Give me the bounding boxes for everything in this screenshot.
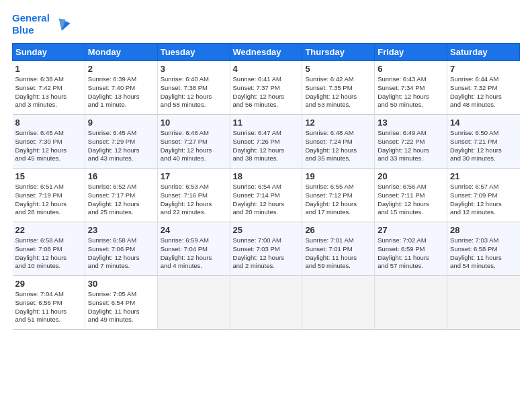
day-info-line: and 25 minutes. — [88, 208, 154, 217]
day-info-line: Sunrise: 6:45 AM — [88, 129, 154, 138]
day-number: 20 — [378, 171, 444, 181]
day-info-line: and 54 minutes. — [450, 262, 517, 271]
day-info-line: Daylight: 12 hours — [450, 200, 517, 209]
day-info-line: Sunset: 7:22 PM — [378, 138, 444, 146]
day-info-line: and 57 minutes. — [378, 262, 444, 271]
day-number: 29 — [15, 279, 82, 289]
day-info-line: Sunrise: 6:42 AM — [305, 75, 371, 84]
day-info-line: Sunrise: 6:43 AM — [378, 75, 444, 84]
day-info-line: and 48 minutes. — [450, 101, 517, 109]
day-info-line: and 59 minutes. — [305, 262, 371, 271]
logo-text: GeneralBlue — [12, 12, 50, 36]
day-info-line: and 15 minutes. — [378, 208, 444, 217]
day-info-line: and 43 minutes. — [88, 154, 154, 163]
day-info-line: and 38 minutes. — [233, 154, 300, 163]
logo-icon — [52, 15, 71, 34]
day-info-line: Sunset: 7:32 PM — [450, 84, 517, 93]
calendar-cell: 2Sunrise: 6:39 AMSunset: 7:40 PMDaylight… — [85, 61, 157, 115]
day-number: 2 — [88, 64, 154, 74]
day-number: 12 — [305, 118, 371, 128]
day-info-line: Daylight: 12 hours — [88, 146, 154, 155]
day-info-line: Daylight: 12 hours — [161, 93, 227, 101]
calendar-cell: 28Sunrise: 7:03 AMSunset: 6:58 PMDayligh… — [447, 222, 520, 276]
day-info-line: Sunset: 7:01 PM — [305, 245, 371, 254]
day-number: 26 — [305, 225, 371, 235]
calendar-cell: 16Sunrise: 6:52 AMSunset: 7:17 PMDayligh… — [85, 169, 157, 222]
day-info-line: Sunrise: 6:40 AM — [161, 75, 227, 84]
col-header-sunday: Sunday — [13, 44, 85, 61]
calendar-cell: 30Sunrise: 7:05 AMSunset: 6:54 PMDayligh… — [85, 276, 157, 330]
day-info-line: and 17 minutes. — [305, 208, 371, 217]
col-header-thursday: Thursday — [302, 44, 375, 61]
day-info-line: and 1 minute. — [88, 101, 154, 109]
day-number: 25 — [233, 225, 300, 235]
calendar-cell: 14Sunrise: 6:50 AMSunset: 7:21 PMDayligh… — [447, 115, 520, 169]
day-info-line: and 35 minutes. — [305, 154, 371, 163]
calendar-cell: 27Sunrise: 7:02 AMSunset: 6:59 PMDayligh… — [375, 222, 447, 276]
calendar-table: SundayMondayTuesdayWednesdayThursdayFrid… — [12, 43, 520, 330]
day-info-line: and 51 minutes. — [15, 316, 82, 324]
day-info-line: Sunrise: 7:01 AM — [305, 236, 371, 245]
calendar-cell: 24Sunrise: 6:59 AMSunset: 7:04 PMDayligh… — [157, 222, 230, 276]
day-info-line: Daylight: 13 hours — [88, 93, 154, 101]
calendar-cell: 19Sunrise: 6:55 AMSunset: 7:12 PMDayligh… — [302, 169, 375, 222]
day-info-line: Daylight: 11 hours — [15, 308, 82, 316]
day-info-line: Sunset: 7:42 PM — [15, 84, 82, 93]
calendar-cell: 22Sunrise: 6:58 AMSunset: 7:08 PMDayligh… — [13, 222, 85, 276]
day-info-line: and 3 minutes. — [15, 101, 82, 109]
day-info-line: Sunset: 7:24 PM — [305, 138, 371, 146]
day-info-line: Sunset: 7:04 PM — [161, 245, 227, 254]
day-info-line: Daylight: 12 hours — [161, 200, 227, 209]
day-info-line: Sunrise: 6:58 AM — [15, 236, 82, 245]
day-info-line: Sunrise: 7:02 AM — [378, 236, 444, 245]
day-number: 11 — [233, 118, 300, 128]
calendar-cell: 3Sunrise: 6:40 AMSunset: 7:38 PMDaylight… — [157, 61, 230, 115]
day-info-line: and 58 minutes. — [161, 101, 227, 109]
day-number: 14 — [450, 118, 517, 128]
day-number: 28 — [450, 225, 517, 235]
calendar-cell — [447, 276, 520, 330]
calendar-week-3: 15Sunrise: 6:51 AMSunset: 7:19 PMDayligh… — [13, 169, 520, 222]
calendar-cell: 12Sunrise: 6:48 AMSunset: 7:24 PMDayligh… — [302, 115, 375, 169]
day-info-line: Sunrise: 6:57 AM — [450, 183, 517, 191]
day-info-line: Sunset: 7:34 PM — [378, 84, 444, 93]
day-info-line: Sunset: 7:40 PM — [88, 84, 154, 93]
day-info-line: Sunrise: 6:51 AM — [15, 183, 82, 191]
day-info-line: Daylight: 11 hours — [88, 308, 154, 316]
calendar-week-1: 1Sunrise: 6:38 AMSunset: 7:42 PMDaylight… — [13, 61, 520, 115]
day-info-line: Sunrise: 6:53 AM — [161, 183, 227, 191]
day-info-line: Daylight: 12 hours — [233, 146, 300, 155]
day-info-line: Sunset: 7:26 PM — [233, 138, 300, 146]
day-info-line: Sunset: 7:29 PM — [88, 138, 154, 146]
calendar-cell: 25Sunrise: 7:00 AMSunset: 7:03 PMDayligh… — [230, 222, 302, 276]
day-info-line: Sunset: 7:21 PM — [450, 138, 517, 146]
calendar-cell: 21Sunrise: 6:57 AMSunset: 7:09 PMDayligh… — [447, 169, 520, 222]
day-info-line: Sunrise: 6:55 AM — [305, 183, 371, 191]
day-number: 17 — [161, 171, 227, 181]
day-info-line: and 33 minutes. — [378, 154, 444, 163]
day-info-line: Sunrise: 6:52 AM — [88, 183, 154, 191]
calendar-cell: 29Sunrise: 7:04 AMSunset: 6:56 PMDayligh… — [13, 276, 85, 330]
day-number: 9 — [88, 118, 154, 128]
day-info-line: Sunrise: 6:49 AM — [378, 129, 444, 138]
day-info-line: Daylight: 12 hours — [161, 254, 227, 263]
calendar-cell — [375, 276, 447, 330]
day-info-line: Sunset: 6:58 PM — [450, 245, 517, 254]
day-info-line: Sunrise: 6:54 AM — [233, 183, 300, 191]
day-number: 10 — [161, 118, 227, 128]
day-number: 16 — [88, 171, 154, 181]
day-info-line: Sunrise: 6:47 AM — [233, 129, 300, 138]
day-info-line: Sunrise: 6:44 AM — [450, 75, 517, 84]
day-number: 30 — [88, 279, 154, 289]
day-info-line: Daylight: 12 hours — [378, 93, 444, 101]
day-info-line: Daylight: 12 hours — [15, 200, 82, 209]
calendar-cell — [157, 276, 230, 330]
day-info-line: and 4 minutes. — [161, 262, 227, 271]
day-number: 19 — [305, 171, 371, 181]
day-number: 5 — [305, 64, 371, 74]
col-header-friday: Friday — [375, 44, 447, 61]
day-info-line: and 30 minutes. — [450, 154, 517, 163]
day-info-line: and 56 minutes. — [233, 101, 300, 109]
calendar-cell: 15Sunrise: 6:51 AMSunset: 7:19 PMDayligh… — [13, 169, 85, 222]
day-info-line: Sunset: 7:27 PM — [161, 138, 227, 146]
